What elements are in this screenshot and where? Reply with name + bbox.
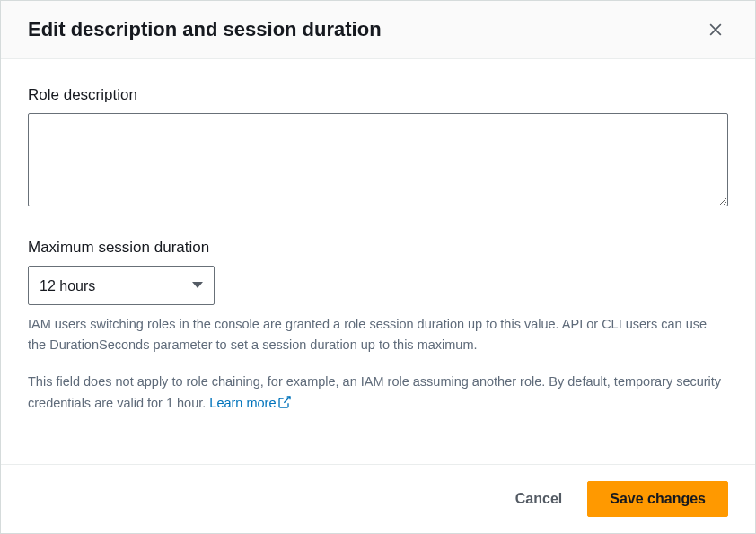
role-description-input[interactable] <box>28 113 728 206</box>
save-button[interactable]: Save changes <box>587 481 728 517</box>
duration-help-text-1: IAM users switching roles in the console… <box>28 314 728 355</box>
role-description-group: Role description <box>28 86 728 210</box>
dialog-title: Edit description and session duration <box>28 18 382 41</box>
learn-more-link[interactable]: Learn more <box>209 396 292 410</box>
role-description-label: Role description <box>28 86 728 104</box>
duration-help-text-2-body: This field does not apply to role chaini… <box>28 374 721 409</box>
external-link-icon <box>277 395 292 416</box>
max-session-duration-group: Maximum session duration 12 hours IAM us… <box>28 239 728 416</box>
close-icon <box>707 28 725 41</box>
edit-dialog: Edit description and session duration Ro… <box>0 0 756 534</box>
cancel-button[interactable]: Cancel <box>512 482 566 516</box>
dialog-header: Edit description and session duration <box>1 1 755 59</box>
learn-more-label: Learn more <box>209 396 276 410</box>
dialog-footer: Cancel Save changes <box>1 464 755 533</box>
max-session-duration-label: Maximum session duration <box>28 239 728 257</box>
duration-help-text-2: This field does not apply to role chaini… <box>28 372 728 415</box>
close-button[interactable] <box>703 17 728 42</box>
dialog-body: Role description Maximum session duratio… <box>1 59 755 464</box>
duration-select[interactable]: 12 hours <box>28 266 215 305</box>
duration-select-wrap: 12 hours <box>28 266 215 305</box>
